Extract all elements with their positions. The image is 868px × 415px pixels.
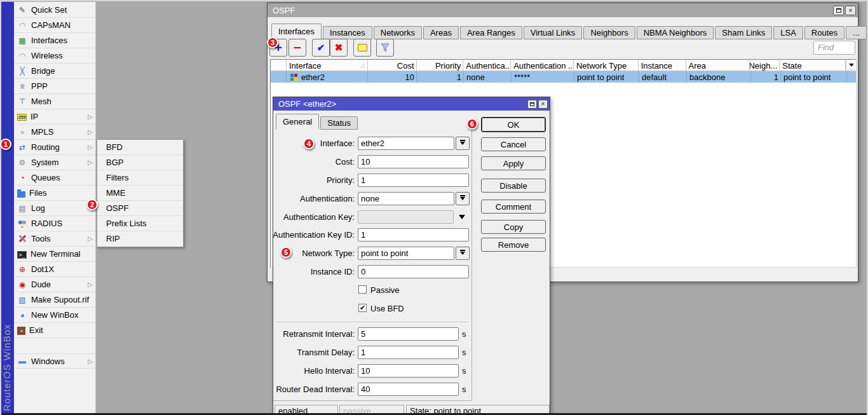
dropdown-button[interactable] [456, 137, 470, 150]
field-row-hello-interval: Hello Interval:s [273, 364, 471, 378]
sidebar-item-exit[interactable]: ◂Exit [14, 323, 95, 338]
tab-nbma-neighbors[interactable]: NBMA Neighbors [637, 26, 714, 39]
tab-virtual-links[interactable]: Virtual Links [524, 26, 583, 39]
dialog-maximize-button[interactable] [527, 100, 537, 109]
column-header-authentication[interactable]: Authentication ... [511, 60, 574, 71]
authentication-key-id-input[interactable] [358, 228, 469, 242]
tab-sham-links[interactable]: Sham Links [715, 26, 772, 39]
sidebar-item-dude[interactable]: ◉Dude▷ [14, 277, 95, 292]
transmit-delay-input[interactable] [358, 346, 459, 359]
sidebar-item-windows[interactable]: ▬Windows▷ [14, 353, 95, 369]
disable-button[interactable]: ✖ [330, 39, 348, 57]
remove-button[interactable]: Remove [481, 238, 546, 252]
filter-button[interactable] [376, 39, 394, 57]
column-header-authentica[interactable]: Authentica... [463, 60, 511, 71]
copy-button[interactable]: Copy [481, 220, 546, 234]
column-header-state[interactable]: State [780, 60, 846, 71]
dialog-fields-panel: Interface:Cost:Priority:Authentication:A… [273, 130, 472, 401]
sidebar-item-ppp[interactable]: ≡PPP [14, 79, 95, 94]
submenu-item-prefix-lists[interactable]: Prefix Lists [97, 216, 183, 231]
dropdown-arrow-icon [460, 142, 465, 147]
column-header-neigh[interactable]: Neigh... [750, 60, 780, 71]
sidebar-item-queues[interactable]: ◔Queues [14, 170, 95, 186]
network-type-input[interactable] [358, 247, 454, 260]
sidebar-item-make-supout-rif[interactable]: ▨Make Supout.rif [14, 292, 95, 308]
retransmit-interval-input[interactable] [358, 327, 459, 341]
sidebar-item-mesh[interactable]: ⊤Mesh [14, 94, 95, 109]
tab-routes[interactable]: Routes [804, 26, 844, 39]
enable-button[interactable]: ✔ [312, 39, 330, 57]
sidebar-item-dot1x[interactable]: ⊕Dot1X [14, 262, 95, 277]
sidebar-item-new-winbox[interactable]: ◕New WinBox [14, 308, 95, 323]
sidebar-item-ip[interactable]: 255IP▷ [14, 109, 95, 125]
cost-input[interactable] [358, 155, 469, 168]
submenu-item-ospf[interactable]: OSPF [97, 201, 183, 216]
tab-interfaces[interactable]: Interfaces [271, 24, 322, 39]
sidebar-item-quick-set[interactable]: ✎Quick Set [14, 3, 95, 18]
sidebar-item-system[interactable]: ⚙System▷ [14, 155, 95, 170]
apply-button[interactable]: Apply [481, 156, 546, 170]
comment-button[interactable]: Comment [481, 200, 546, 214]
sidebar-item-new-terminal[interactable]: >_New Terminal [14, 247, 95, 262]
tab-neighbors[interactable]: Neighbors [583, 26, 635, 39]
cell-network-type: point to point [574, 71, 639, 83]
column-header-cost[interactable]: Cost [368, 60, 417, 71]
maximize-button[interactable] [833, 6, 844, 15]
sidebar-item-mpls[interactable]: ●MPLS▷ [14, 125, 95, 140]
column-header-interface[interactable]: Interface△ [287, 60, 368, 71]
sidebar-item-radius[interactable]: RADIUS [14, 216, 95, 231]
sidebar-item-tools[interactable]: Tools▷ [14, 231, 95, 247]
tab-areas[interactable]: Areas [423, 26, 459, 39]
submenu-item-mme[interactable]: MME [97, 186, 183, 201]
tab-area-ranges[interactable]: Area Ranges [460, 26, 522, 39]
dropdown-arrow-icon[interactable] [459, 215, 465, 222]
authentication-input[interactable] [358, 192, 454, 205]
ip-icon: 255 [17, 114, 27, 121]
tab-lsa[interactable]: LSA [773, 26, 803, 39]
sidebar-item-wireless[interactable]: ◠Wireless [14, 48, 95, 64]
column-header-priority[interactable]: Priority [417, 60, 464, 71]
interface-input[interactable] [358, 137, 454, 150]
sidebar-item-files[interactable]: Files [14, 186, 95, 201]
column-header-network-type[interactable]: Network Type [574, 60, 639, 71]
submenu-item-bgp[interactable]: BGP [97, 155, 183, 170]
find-input[interactable]: Find [813, 41, 855, 55]
remove-button[interactable]: − [288, 39, 306, 57]
dialog-tab-status[interactable]: Status [320, 116, 358, 130]
ospf-window-titlebar[interactable]: OSPF × [268, 3, 858, 17]
submenu-item-bfd[interactable]: BFD [97, 140, 183, 155]
submenu-item-rip[interactable]: RIP [97, 231, 183, 247]
ok-button[interactable]: OK [481, 117, 546, 132]
dropdown-button[interactable] [456, 192, 470, 205]
sidebar-item-label: Bridge [31, 66, 55, 76]
sidebar-item-routing[interactable]: ⇄Routing▷ [14, 140, 95, 155]
submenu-item-filters[interactable]: Filters [97, 170, 183, 186]
tab-instances[interactable]: Instances [323, 26, 372, 39]
dialog-close-button[interactable]: × [538, 100, 548, 109]
sidebar-item-bridge[interactable]: ╳Bridge [14, 64, 95, 79]
priority-input[interactable] [358, 173, 469, 187]
column-chooser-button[interactable] [846, 60, 856, 71]
sidebar-item-log[interactable]: ▤Log [14, 201, 95, 216]
table-row[interactable]: ether2101none*****point to pointdefaultb… [271, 71, 856, 83]
sidebar-item-capsman[interactable]: ◠CAPsMAN [14, 18, 95, 33]
sidebar-item-interfaces[interactable]: ▦Interfaces [14, 33, 95, 48]
tab-[interactable]: ... [846, 26, 867, 39]
column-header-area[interactable]: Area [686, 60, 750, 71]
disable-button[interactable]: Disable [481, 179, 546, 193]
hello-interval-input[interactable] [358, 364, 459, 378]
comment-button[interactable] [353, 39, 371, 57]
router-dead-interval-input[interactable] [358, 383, 459, 396]
dropdown-button[interactable] [456, 247, 470, 260]
comment-note-icon [358, 44, 367, 51]
column-header-instance[interactable]: Instance [639, 60, 686, 71]
tab-networks[interactable]: Networks [374, 26, 422, 39]
passive-checkbox[interactable] [358, 285, 367, 294]
instance-id-input[interactable] [358, 265, 469, 278]
cancel-button[interactable]: Cancel [481, 137, 546, 151]
close-button[interactable]: × [845, 6, 856, 15]
column-header-select[interactable] [271, 60, 287, 71]
dialog-tab-general[interactable]: General [276, 114, 319, 130]
use-bfd-checkbox[interactable]: ✔ [358, 304, 367, 312]
dialog-titlebar[interactable]: OSPF <ether2> × [273, 97, 550, 111]
